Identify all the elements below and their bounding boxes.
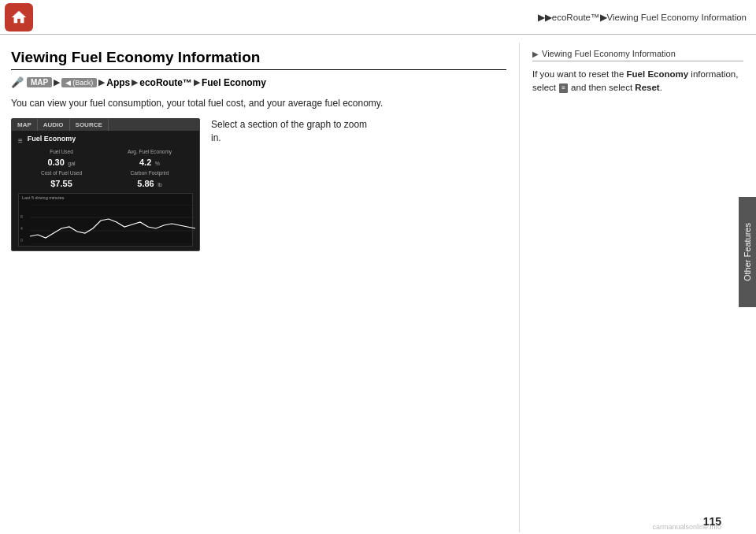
screenshot-caption: Select a section of the graph to zoom in… [211, 118, 369, 145]
home-button[interactable] [5, 3, 33, 32]
breadcrumb: ▶▶ecoRoute™▶Viewing Fuel Economy Informa… [538, 12, 747, 23]
back-icon: ◀ [65, 79, 71, 87]
stat-cost-value: $7.55 [18, 176, 105, 190]
stat-fuel-used: Fuel Used 0.30 gal [18, 149, 105, 169]
chart-y-4: 4 [20, 226, 23, 231]
nav-fuel-economy: Fuel Economy [202, 77, 266, 88]
fuel-chart: Last 5 driving minutes 0 4 8 [18, 193, 193, 247]
back-button[interactable]: ◀ (Back) [61, 78, 97, 87]
stat-cost: Cost of Fuel Used $7.55 [18, 170, 105, 190]
chart-y-8: 8 [20, 214, 23, 219]
stat-carbon-value: 5.86 lb [106, 176, 193, 190]
device-tabs: MAP AUDIO SOURCE [12, 119, 199, 131]
stat-carbon-label: Carbon Footprint [106, 170, 193, 176]
mic-icon: 🎤 [11, 76, 24, 88]
right-panel: ▶ Viewing Fuel Economy Information If yo… [520, 43, 756, 532]
right-note-text: If you want to reset the Fuel Economy in… [532, 68, 743, 95]
device-screenshot: MAP AUDIO SOURCE ≡ Fuel Economy Fuel Use… [11, 118, 200, 251]
device-tab-source: SOURCE [70, 119, 109, 131]
nav-arrow-4: ▶ [194, 77, 200, 87]
stat-cost-label: Cost of Fuel Used [18, 170, 105, 176]
home-icon [10, 9, 28, 26]
map-button[interactable]: MAP [27, 77, 52, 87]
device-screen-title: Fuel Economy [28, 135, 76, 143]
chart-y-0: 0 [20, 238, 23, 243]
watermark: carmanualsonline.info [652, 523, 721, 531]
nav-path: 🎤 MAP ▶ ◀ (Back) ▶ Apps ▶ ecoRoute™ ▶ Fu… [11, 76, 506, 88]
nav-arrow-3: ▶ [132, 77, 138, 87]
nav-ecoroute: ecoRoute™ [139, 77, 192, 88]
device-stats: Fuel Used 0.30 gal Avg. Fuel Economy 4.2… [18, 149, 193, 190]
nav-arrow-1: ▶ [54, 77, 60, 87]
description-text: You can view your fuel consumption, your… [11, 96, 389, 110]
right-note-header: ▶ Viewing Fuel Economy Information [532, 49, 743, 61]
stat-avg-fuel-label: Avg. Fuel Economy [106, 149, 193, 154]
nav-arrow-2: ▶ [98, 77, 105, 87]
device-menu-icon: ≡ [18, 136, 23, 145]
other-features-tab[interactable]: Other Features [739, 197, 756, 307]
stat-carbon: Carbon Footprint 5.86 lb [106, 170, 193, 190]
stat-fuel-used-value: 0.30 gal [18, 154, 105, 169]
device-tab-map: MAP [12, 119, 38, 131]
nav-apps: Apps [106, 77, 130, 88]
device-tab-audio: AUDIO [38, 119, 70, 131]
chart-label: Last 5 driving minutes [22, 195, 65, 200]
stat-avg-fuel-value: 4.2 % [106, 154, 193, 169]
page-title: Viewing Fuel Economy Information [11, 49, 506, 70]
menu-icon-inline: ≡ [559, 83, 568, 93]
stat-avg-fuel: Avg. Fuel Economy 4.2 % [106, 149, 193, 169]
play-icon: ▶ [532, 50, 539, 58]
chart-svg [30, 205, 195, 244]
stat-fuel-used-label: Fuel Used [18, 149, 105, 154]
